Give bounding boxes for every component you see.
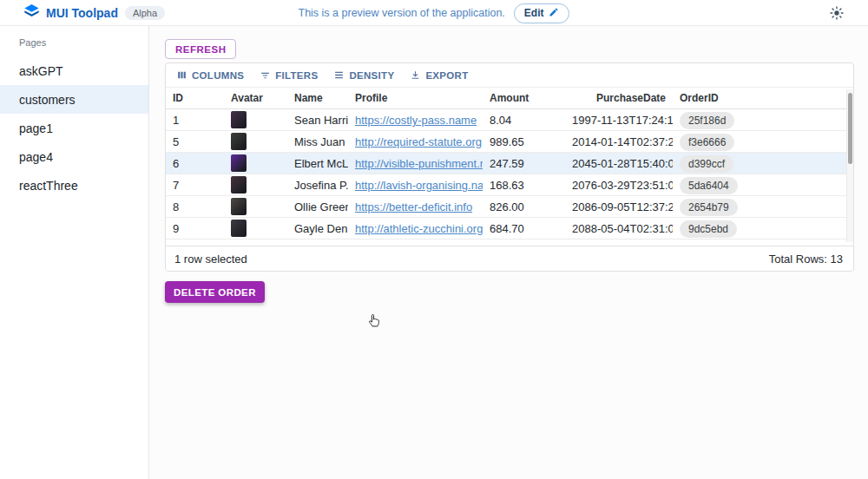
column-header-name[interactable]: Name	[287, 88, 348, 108]
view-column-icon	[176, 69, 187, 81]
order-id-chip: d399ccf	[680, 155, 733, 173]
sidebar-item-page4[interactable]: page4	[0, 142, 148, 171]
cell-amount: 684.70	[483, 218, 565, 239]
cell-name: Miss Juan ...	[287, 131, 348, 152]
table-row[interactable]: 1Sean Harrishttps://costly-pass.name8.04…	[166, 109, 853, 131]
cell-purchase-date: 2086-09-05T12:37:27.015Z	[565, 196, 673, 217]
sidebar-item-customers[interactable]: customers	[0, 85, 148, 114]
main-content: REFRESH COLUMNSFILTERSDENSITYEXPORT IDAv…	[149, 26, 868, 479]
cell-order-id: 5da6404	[673, 174, 760, 195]
cell-amount: 826.00	[483, 196, 565, 217]
toolbar-button-label: FILTERS	[275, 70, 318, 81]
sidebar-item-reactThree[interactable]: reactThree	[0, 171, 148, 200]
profile-link[interactable]: http://lavish-organising.name	[355, 179, 483, 192]
column-header-profile[interactable]: Profile	[348, 88, 483, 108]
sidebar-item-askGPT[interactable]: askGPT	[0, 56, 148, 85]
toolbar-button-label: DENSITY	[349, 70, 394, 81]
cell-order-id: 9dc5ebd	[673, 218, 760, 239]
avatar-image	[231, 133, 247, 150]
profile-link[interactable]: http://required-statute.org	[355, 135, 482, 148]
sidebar-section-label: Pages	[19, 37, 148, 48]
filter-icon	[260, 69, 271, 81]
pencil-icon	[549, 7, 559, 20]
table-row[interactable]: 6Elbert McL...http://visible-punishment.…	[166, 153, 853, 174]
delete-order-button[interactable]: DELETE ORDER	[165, 281, 265, 303]
alpha-badge: Alpha	[125, 6, 165, 20]
table-row[interactable]: 5Miss Juan ...http://required-statute.or…	[166, 131, 853, 153]
column-header-orderid[interactable]: OrderID	[673, 88, 760, 108]
cell-amount: 8.04	[483, 109, 565, 130]
cell-order-id: f3e6666	[673, 131, 760, 152]
column-header-purchasedate[interactable]: PurchaseDate	[565, 88, 673, 108]
table-row[interactable]: 8Ollie Green...https://better-deficit.in…	[166, 196, 853, 218]
cell-amount: 247.59	[483, 153, 565, 174]
profile-link[interactable]: http://visible-punishment.net	[355, 157, 483, 170]
cell-purchase-date: 2088-05-04T02:31:03.294Z	[565, 218, 673, 239]
cell-purchase-date: 2076-03-29T23:51:07.968Z	[565, 174, 673, 195]
sidebar: Pages askGPTcustomerspage1page4reactThre…	[0, 26, 149, 479]
app-title: MUI Toolpad	[46, 6, 118, 20]
grid-scrollbar-thumb[interactable]	[848, 93, 852, 164]
cell-amount: 989.65	[483, 131, 565, 152]
cell-avatar	[224, 131, 287, 152]
cell-id: 9	[166, 218, 224, 239]
avatar-image	[231, 198, 247, 215]
preview-banner-text: This is a preview version of the applica…	[299, 7, 505, 19]
cell-avatar	[224, 218, 287, 239]
cell-avatar	[224, 196, 287, 217]
toolbar-button-label: EXPORT	[425, 70, 468, 81]
cell-profile: http://required-statute.org	[348, 131, 483, 152]
cell-name: Elbert McL...	[287, 153, 348, 174]
mui-logo-icon	[24, 4, 39, 21]
order-id-chip: f3e6666	[680, 134, 734, 151]
order-id-chip: 25f186d	[680, 112, 734, 129]
avatar-image	[231, 154, 247, 172]
selection-count: 1 row selected	[174, 253, 247, 266]
avatar-image	[231, 220, 247, 237]
column-header-amount[interactable]: Amount	[483, 88, 565, 108]
column-header-id[interactable]: ID	[166, 88, 224, 108]
cell-avatar	[224, 153, 287, 174]
cell-purchase-date: 1997-11-13T17:24:11.769Z	[565, 109, 673, 130]
cell-order-id: d399ccf	[673, 153, 760, 174]
export-icon	[410, 69, 421, 81]
total-rows: Total Rows: 13	[769, 253, 843, 266]
column-header-avatar[interactable]: Avatar	[224, 88, 287, 108]
table-row[interactable]: 7Josefina P...http://lavish-organising.n…	[166, 174, 853, 196]
cell-profile: http://visible-punishment.net	[348, 153, 483, 174]
grid-scrollbar[interactable]	[846, 89, 853, 242]
brand: MUI Toolpad Alpha	[24, 4, 165, 21]
table-row[interactable]: 9Gayle Den...http://athletic-zucchini.or…	[166, 218, 853, 240]
cell-id: 8	[166, 196, 224, 217]
top-app-bar: MUI Toolpad Alpha This is a preview vers…	[0, 0, 868, 26]
toolbar-filters-button[interactable]: FILTERS	[253, 66, 324, 84]
data-grid-toolbar: COLUMNSFILTERSDENSITYEXPORT	[166, 63, 853, 88]
profile-link[interactable]: https://better-deficit.info	[355, 200, 472, 213]
data-grid-rows: 1Sean Harrishttps://costly-pass.name8.04…	[166, 109, 853, 240]
refresh-button[interactable]: REFRESH	[165, 39, 236, 59]
profile-link[interactable]: http://athletic-zucchini.org	[355, 222, 483, 235]
cell-name: Josefina P...	[287, 174, 348, 195]
data-grid: COLUMNSFILTERSDENSITYEXPORT IDAvatarName…	[165, 62, 854, 272]
edit-button[interactable]: Edit	[514, 3, 570, 23]
sidebar-item-page1[interactable]: page1	[0, 114, 148, 142]
edit-button-label: Edit	[524, 7, 544, 19]
data-grid-footer: 1 row selected Total Rows: 13	[166, 246, 853, 271]
theme-toggle-sun-icon[interactable]	[830, 6, 844, 20]
toolbar-density-button[interactable]: DENSITY	[327, 66, 400, 84]
cell-name: Ollie Green...	[287, 196, 348, 217]
profile-link[interactable]: https://costly-pass.name	[355, 114, 477, 127]
data-grid-header-row: IDAvatarNameProfileAmountPurchaseDateOrd…	[166, 88, 853, 109]
toolbar-export-button[interactable]: EXPORT	[404, 66, 474, 84]
cell-name: Gayle Den...	[287, 218, 348, 239]
toolbar-columns-button[interactable]: COLUMNS	[170, 66, 250, 84]
cell-avatar	[224, 174, 287, 195]
cell-order-id: 25f186d	[673, 109, 760, 130]
cell-id: 1	[166, 109, 224, 130]
cell-order-id: 2654b79	[673, 196, 760, 217]
cell-id: 6	[166, 153, 224, 174]
order-id-chip: 5da6404	[680, 177, 738, 194]
cell-purchase-date: 2045-01-28T15:40:06.325Z	[565, 153, 673, 174]
avatar-image	[231, 111, 247, 128]
cell-id: 7	[166, 174, 224, 195]
